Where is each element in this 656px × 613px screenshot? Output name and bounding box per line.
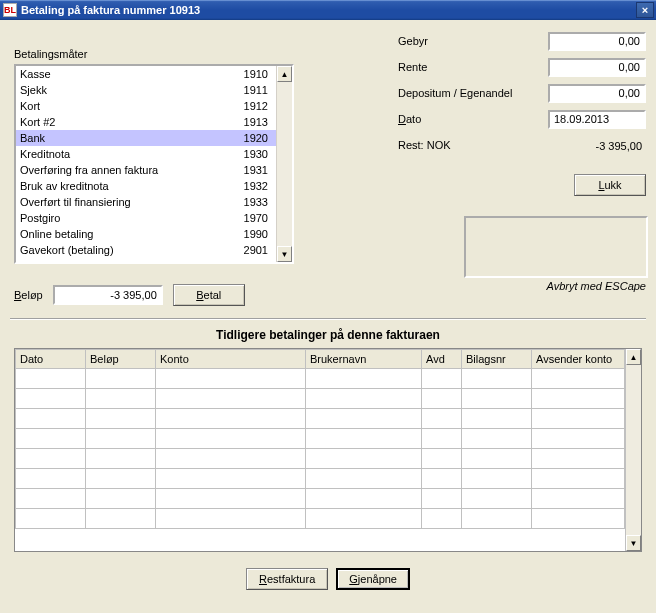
table-cell[interactable]: [306, 409, 422, 429]
table-cell[interactable]: [422, 429, 462, 449]
table-cell[interactable]: [422, 509, 462, 529]
table-cell[interactable]: [462, 449, 532, 469]
table-header[interactable]: Brukernavn: [306, 350, 422, 369]
table-cell[interactable]: [532, 509, 625, 529]
table-scrollbar[interactable]: ▲ ▼: [625, 349, 641, 551]
table-cell[interactable]: [422, 409, 462, 429]
table-cell[interactable]: [86, 429, 156, 449]
table-header[interactable]: Avsender konto: [532, 350, 625, 369]
close-icon[interactable]: ×: [636, 2, 654, 18]
table-cell[interactable]: [86, 389, 156, 409]
table-cell[interactable]: [532, 449, 625, 469]
table-cell[interactable]: [306, 469, 422, 489]
table-cell[interactable]: [86, 489, 156, 509]
table-cell[interactable]: [86, 469, 156, 489]
scroll-track[interactable]: [277, 82, 292, 246]
table-cell[interactable]: [422, 489, 462, 509]
table-cell[interactable]: [422, 389, 462, 409]
table-header[interactable]: Beløp: [86, 350, 156, 369]
list-item[interactable]: Bank1920: [16, 130, 276, 146]
table-cell[interactable]: [156, 449, 306, 469]
table-row[interactable]: [16, 449, 625, 469]
table-row[interactable]: [16, 489, 625, 509]
table-header[interactable]: Bilagsnr: [462, 350, 532, 369]
table-cell[interactable]: [156, 489, 306, 509]
table-cell[interactable]: [532, 489, 625, 509]
table-header[interactable]: Dato: [16, 350, 86, 369]
table-cell[interactable]: [16, 389, 86, 409]
restfaktura-button[interactable]: Restfaktura: [246, 568, 328, 590]
table-cell[interactable]: [156, 389, 306, 409]
table-cell[interactable]: [532, 409, 625, 429]
table-cell[interactable]: [422, 469, 462, 489]
table-cell[interactable]: [306, 489, 422, 509]
list-item[interactable]: Kort1912: [16, 98, 276, 114]
table-cell[interactable]: [16, 409, 86, 429]
table-cell[interactable]: [156, 409, 306, 429]
table-cell[interactable]: [462, 389, 532, 409]
table-cell[interactable]: [306, 389, 422, 409]
table-row[interactable]: [16, 509, 625, 529]
scroll-up-icon[interactable]: ▲: [277, 66, 292, 82]
table-cell[interactable]: [86, 369, 156, 389]
payment-methods-listbox[interactable]: Kasse1910Sjekk1911Kort1912Kort #21913Ban…: [14, 64, 294, 264]
table-cell[interactable]: [532, 469, 625, 489]
table-cell[interactable]: [16, 449, 86, 469]
table-cell[interactable]: [306, 429, 422, 449]
listbox-scrollbar[interactable]: ▲ ▼: [276, 66, 292, 262]
table-cell[interactable]: [532, 369, 625, 389]
list-item[interactable]: Kasse1910: [16, 66, 276, 82]
scroll-down-icon[interactable]: ▼: [626, 535, 641, 551]
table-cell[interactable]: [156, 469, 306, 489]
table-cell[interactable]: [306, 449, 422, 469]
scroll-down-icon[interactable]: ▼: [277, 246, 292, 262]
table-cell[interactable]: [462, 429, 532, 449]
gebyr-input[interactable]: [548, 32, 646, 51]
table-cell[interactable]: [16, 489, 86, 509]
table-cell[interactable]: [532, 429, 625, 449]
table-cell[interactable]: [86, 509, 156, 529]
list-item[interactable]: Kreditnota1930: [16, 146, 276, 162]
table-cell[interactable]: [16, 509, 86, 529]
table-cell[interactable]: [422, 369, 462, 389]
list-item[interactable]: Overføring fra annen faktura1931: [16, 162, 276, 178]
list-item[interactable]: Online betaling1990: [16, 226, 276, 242]
rente-input[interactable]: [548, 58, 646, 77]
table-cell[interactable]: [462, 469, 532, 489]
scroll-up-icon[interactable]: ▲: [626, 349, 641, 365]
table-cell[interactable]: [16, 469, 86, 489]
table-row[interactable]: [16, 429, 625, 449]
table-row[interactable]: [16, 389, 625, 409]
list-item[interactable]: Overført til finansiering1933: [16, 194, 276, 210]
table-row[interactable]: [16, 369, 625, 389]
date-input[interactable]: [548, 110, 646, 129]
list-item[interactable]: Postgiro1970: [16, 210, 276, 226]
list-item[interactable]: Sjekk1911: [16, 82, 276, 98]
list-item[interactable]: Gavekort (betaling)2901: [16, 242, 276, 258]
list-item[interactable]: Kort #21913: [16, 114, 276, 130]
table-cell[interactable]: [462, 509, 532, 529]
list-item[interactable]: Bruk av kreditnota1932: [16, 178, 276, 194]
table-cell[interactable]: [462, 489, 532, 509]
gjenapne-button[interactable]: Gjenåpne: [336, 568, 410, 590]
table-cell[interactable]: [306, 509, 422, 529]
lukk-button[interactable]: Lukk: [574, 174, 646, 196]
table-cell[interactable]: [156, 429, 306, 449]
history-table[interactable]: DatoBeløpKontoBrukernavnAvdBilagsnrAvsen…: [14, 348, 642, 552]
table-cell[interactable]: [422, 449, 462, 469]
table-cell[interactable]: [156, 509, 306, 529]
table-row[interactable]: [16, 409, 625, 429]
table-cell[interactable]: [462, 409, 532, 429]
table-header[interactable]: Konto: [156, 350, 306, 369]
table-header[interactable]: Avd: [422, 350, 462, 369]
table-row[interactable]: [16, 469, 625, 489]
scroll-track[interactable]: [626, 365, 641, 535]
table-cell[interactable]: [86, 449, 156, 469]
betal-button[interactable]: Betal: [173, 284, 245, 306]
depositum-input[interactable]: [548, 84, 646, 103]
table-cell[interactable]: [16, 429, 86, 449]
table-cell[interactable]: [306, 369, 422, 389]
table-cell[interactable]: [156, 369, 306, 389]
table-cell[interactable]: [462, 369, 532, 389]
amount-input[interactable]: [53, 285, 163, 305]
